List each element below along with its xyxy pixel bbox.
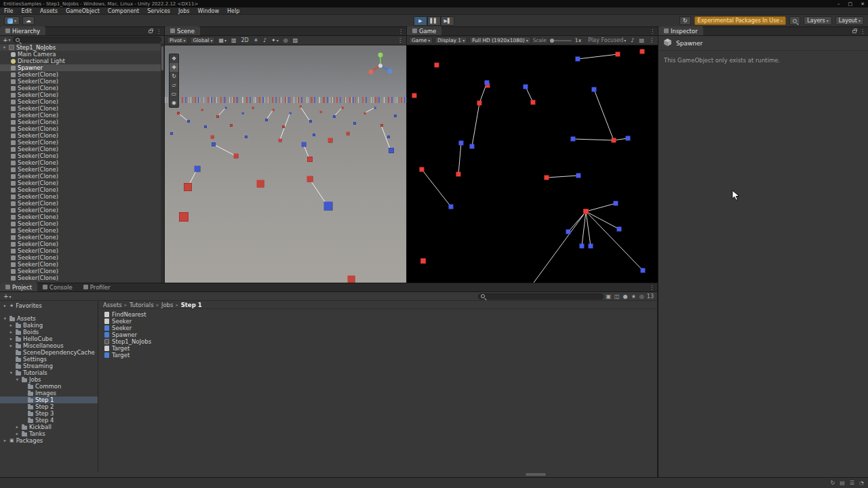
refresh-icon[interactable]: ↻ [831, 480, 835, 486]
rect-tool[interactable]: ▭ [170, 89, 178, 98]
account-button[interactable]: ▾ [4, 16, 20, 25]
breadcrumb-item[interactable]: Jobs [161, 302, 174, 308]
kebab-menu-icon[interactable]: ⋮ [396, 37, 404, 44]
display-dropdown[interactable]: Display 1 ▾ [435, 37, 467, 44]
project-tree-item[interactable]: ▸★Favorites [0, 302, 98, 309]
hierarchy-item[interactable]: Seeker(Clone) [0, 220, 161, 227]
hierarchy-item[interactable]: Seeker(Clone) [0, 241, 161, 247]
progress-icon[interactable]: ◔ [859, 480, 864, 486]
menu-help[interactable]: Help [223, 8, 243, 14]
menu-component[interactable]: Component [104, 8, 143, 14]
scale-tool[interactable]: ▱ [170, 81, 178, 89]
project-tree-item[interactable]: Step 4 [0, 417, 98, 424]
play-focused-dropdown[interactable]: Play Focused ▾ [587, 37, 627, 44]
pause-button[interactable]: ▌▌ [427, 16, 441, 26]
tab-scene[interactable]: Scene [165, 26, 200, 35]
global-dropdown[interactable]: Global ▾ [190, 37, 215, 44]
resolution-dropdown[interactable]: Full HD (1920x1080) ▾ [469, 37, 531, 44]
hierarchy-item[interactable]: Seeker(Clone) [0, 159, 161, 166]
move-tool[interactable]: ✛ [170, 63, 178, 72]
expand-icon[interactable]: ▸ [9, 343, 14, 348]
transform-tool[interactable]: ◉ [170, 98, 178, 107]
hierarchy-item[interactable]: Seeker(Clone) [0, 146, 161, 152]
scene-visibility-icon[interactable]: ◎ [282, 37, 290, 44]
asset-row[interactable]: Seeker [99, 318, 657, 325]
layers-dropdown[interactable]: Layers ▾ [804, 16, 832, 25]
kebab-menu-icon[interactable]: ⋮ [648, 37, 656, 44]
maximize-button[interactable]: ▢ [848, 1, 853, 7]
expand-icon[interactable]: ▸ [15, 424, 20, 430]
hierarchy-item[interactable]: Seeker(Clone) [0, 85, 161, 92]
console-log-icon[interactable]: ▤ [840, 480, 845, 486]
hierarchy-item[interactable]: Seeker(Clone) [0, 207, 161, 214]
hierarchy-item[interactable]: Seeker(Clone) [0, 254, 161, 261]
scale-slider[interactable] [550, 40, 572, 41]
menu-assets[interactable]: Assets [36, 8, 62, 14]
hierarchy-item[interactable]: Seeker(Clone) [0, 139, 161, 146]
notifications-icon[interactable]: ☰ [850, 480, 854, 486]
hierarchy-item[interactable]: Seeker(Clone) [0, 125, 161, 132]
expand-icon[interactable]: ▸ [9, 329, 14, 335]
breadcrumb-item[interactable]: Assets [103, 302, 122, 308]
project-tree-item[interactable]: ▸Boids [0, 329, 98, 336]
hierarchy-item[interactable]: Seeker(Clone) [0, 268, 161, 274]
project-tree-item[interactable]: ▸Baking [0, 322, 98, 329]
project-tree-item[interactable]: Step 1 [0, 396, 98, 403]
kebab-menu-icon[interactable]: ⋮ [398, 28, 403, 35]
kebab-menu-icon[interactable]: ⋮ [649, 285, 654, 291]
project-tree-item[interactable]: Common [0, 383, 98, 390]
tab-profiler[interactable]: Profiler [78, 283, 116, 291]
hierarchy-item[interactable]: Main Camera [0, 51, 161, 58]
expand-icon[interactable]: ▸ [15, 431, 20, 436]
snap-move-icon[interactable]: ▥ [230, 37, 238, 44]
info-icon[interactable]: ● [623, 293, 628, 300]
breadcrumb-item[interactable]: Tutorials [130, 302, 154, 308]
close-button[interactable]: ✕ [861, 1, 865, 7]
expand-icon[interactable]: ▸ [3, 303, 7, 308]
view-tool[interactable]: ❖ [170, 54, 178, 63]
kebab-menu-icon[interactable]: ⋮ [860, 28, 865, 35]
experimental-packages-button[interactable]: Experimental Packages In Use ▾ [694, 16, 787, 25]
hierarchy-search-input[interactable] [13, 37, 161, 43]
hierarchy-item[interactable]: Seeker(Clone) [0, 173, 161, 180]
project-tree-item[interactable]: Streaming [0, 363, 98, 369]
asset-row[interactable]: Spawner [99, 331, 657, 338]
breadcrumb-item[interactable]: Step 1 [181, 302, 202, 308]
favorites-star-icon[interactable]: ★ [631, 293, 636, 300]
grid-visual-icon[interactable]: ▦▾ [217, 37, 228, 44]
lock-icon[interactable] [149, 30, 153, 33]
kebab-menu-icon[interactable]: ⋮ [156, 28, 161, 35]
menu-window[interactable]: Window [194, 8, 224, 14]
game-mode-dropdown[interactable]: Game ▾ [409, 37, 433, 44]
hidden-count-icon[interactable]: ◎ [639, 293, 644, 300]
lock-icon[interactable] [852, 30, 856, 33]
open-asset-icon[interactable]: ▣ [606, 293, 612, 300]
game-viewport[interactable] [407, 45, 658, 283]
hierarchy-scrollbar[interactable] [161, 44, 164, 283]
menu-gameobject[interactable]: GameObject [62, 8, 104, 14]
hierarchy-item[interactable]: Seeker(Clone) [0, 105, 161, 112]
project-tree-item[interactable]: Images [0, 390, 98, 396]
create-asset-button[interactable]: + ▾ [3, 293, 12, 300]
stats-icon[interactable]: ▤ [637, 37, 646, 44]
rotate-tool[interactable]: ↻ [170, 72, 178, 81]
collapse-icon[interactable]: ▾ [3, 316, 7, 321]
menu-jobs[interactable]: Jobs [174, 8, 194, 14]
2d-toggle-button[interactable]: 2D [240, 37, 250, 44]
hierarchy-item[interactable]: Directional Light [0, 58, 161, 64]
menu-edit[interactable]: Edit [17, 8, 36, 14]
hierarchy-item[interactable]: Seeker(Clone) [0, 234, 161, 241]
hierarchy-item[interactable]: Seeker(Clone) [0, 71, 161, 78]
expand-icon[interactable]: ▸ [3, 438, 7, 443]
hierarchy-item[interactable]: Seeker(Clone) [0, 112, 161, 119]
project-search-input[interactable] [478, 293, 604, 300]
horizontal-scrollbar[interactable] [526, 473, 546, 476]
hierarchy-item[interactable]: Seeker(Clone) [0, 119, 161, 125]
pivot-dropdown[interactable]: Pivot ▾ [167, 37, 188, 44]
hidden-items-count[interactable]: 13 [647, 293, 654, 300]
asset-row[interactable]: Seeker [99, 325, 657, 331]
project-tree-item[interactable]: ▾Assets [0, 315, 98, 322]
tab-console[interactable]: Console [37, 283, 78, 291]
hierarchy-item[interactable]: Seeker(Clone) [0, 166, 161, 173]
hierarchy-item[interactable]: Seeker(Clone) [0, 261, 161, 268]
